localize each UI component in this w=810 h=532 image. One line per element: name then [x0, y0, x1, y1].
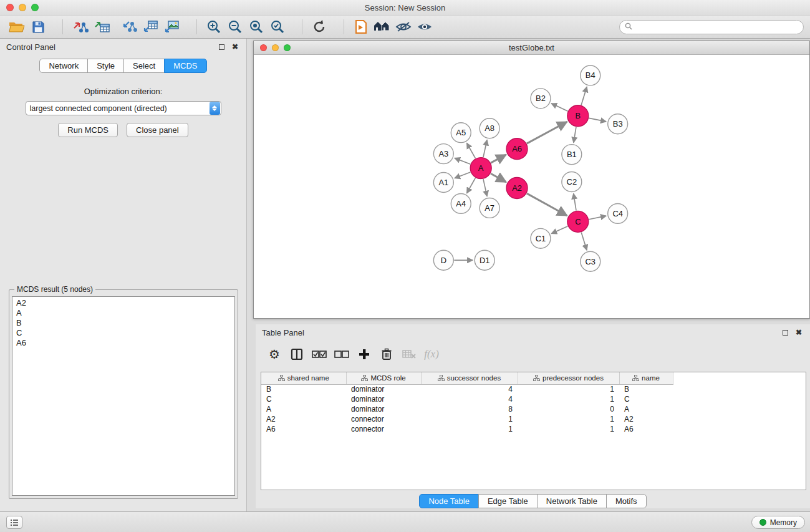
memory-button[interactable]: Memory — [751, 516, 805, 529]
table-row[interactable]: Cdominator41C — [261, 394, 673, 404]
zoom-window-button[interactable] — [31, 4, 39, 11]
table-cell[interactable]: B — [261, 384, 346, 394]
graph-node-B[interactable]: B — [567, 105, 589, 127]
tab-node-table[interactable]: Node Table — [419, 494, 479, 508]
export-table-icon[interactable] — [140, 17, 162, 36]
graph-node-A1[interactable]: A1 — [433, 173, 453, 193]
tab-network-table[interactable]: Network Table — [537, 494, 607, 508]
double-home-icon[interactable] — [372, 17, 393, 36]
table-cell[interactable]: A6 — [261, 424, 346, 434]
column-header-successor-nodes[interactable]: successor nodes — [421, 372, 518, 384]
column-header-mcds-role[interactable]: MCDS role — [346, 372, 421, 384]
graph-node-C4[interactable]: C4 — [608, 203, 628, 223]
table-cell[interactable]: 1 — [518, 394, 619, 404]
float-panel-icon[interactable] — [216, 42, 226, 52]
table-row[interactable]: Adominator80A — [261, 404, 673, 414]
table-cell[interactable]: A2 — [619, 414, 673, 424]
table-row[interactable]: A2connector11A2 — [261, 414, 673, 424]
mcds-result-item[interactable]: C — [16, 328, 231, 338]
table-cell[interactable]: A — [619, 404, 673, 414]
zoom-in-icon[interactable] — [203, 17, 224, 36]
graph-node-A[interactable]: A — [470, 158, 491, 179]
graph-edge-A-A7[interactable] — [483, 179, 487, 196]
tab-edge-table[interactable]: Edge Table — [478, 494, 538, 508]
network-canvas[interactable]: B4B2BB3A5A8A6B1A3AA1A2C2A4A7C4CC1C3DD1 — [254, 55, 809, 318]
graph-edge-A2-C[interactable] — [527, 193, 567, 216]
graph-edge-C-C1[interactable] — [551, 226, 567, 234]
table-cell[interactable]: 0 — [518, 404, 619, 414]
table-cell[interactable]: dominator — [346, 384, 421, 394]
table-cell[interactable]: 4 — [421, 384, 518, 394]
graph-node-D[interactable]: D — [433, 250, 453, 270]
export-image-icon[interactable] — [162, 17, 183, 36]
graph-edge-B-B3[interactable] — [589, 118, 606, 122]
mcds-result-item[interactable]: A — [16, 308, 231, 318]
graph-node-B2[interactable]: B2 — [531, 89, 551, 109]
zoom-fit-icon[interactable] — [246, 17, 267, 36]
graph-edge-B-B2[interactable] — [551, 104, 567, 111]
table-cell[interactable]: connector — [346, 424, 421, 434]
zoom-out-icon[interactable] — [224, 17, 246, 36]
network-zoom-button[interactable] — [284, 44, 291, 51]
function-builder-icon[interactable]: f(x) — [422, 345, 441, 364]
table-cell[interactable]: 8 — [421, 404, 518, 414]
add-row-icon[interactable] — [354, 345, 374, 364]
select-all-rows-icon[interactable] — [309, 345, 329, 364]
network-graph[interactable]: B4B2BB3A5A8A6B1A3AA1A2C2A4A7C4CC1C3DD1 — [254, 55, 809, 318]
tab-network[interactable]: Network — [39, 59, 88, 73]
table-cell[interactable]: C — [261, 394, 346, 404]
table-close-panel-icon[interactable]: ✖ — [794, 327, 804, 337]
graph-edge-B-B4[interactable] — [581, 87, 587, 105]
document-arrow-icon[interactable] — [350, 17, 372, 36]
graph-edge-A-A2[interactable] — [491, 173, 506, 182]
deselect-all-rows-icon[interactable] — [332, 345, 352, 364]
graph-node-C[interactable]: C — [567, 211, 589, 232]
graph-node-C2[interactable]: C2 — [562, 172, 582, 192]
eye-icon[interactable] — [414, 17, 435, 36]
graph-edge-A-A8[interactable] — [483, 140, 487, 157]
graph-node-C1[interactable]: C1 — [531, 228, 551, 248]
criterion-select[interactable]: largest connected component (directed) — [26, 101, 221, 115]
graph-edge-A-A1[interactable] — [455, 172, 470, 178]
close-panel-icon[interactable]: ✖ — [230, 42, 240, 52]
graph-node-A4[interactable]: A4 — [451, 193, 471, 213]
delete-table-icon[interactable] — [399, 345, 419, 364]
zoom-selected-icon[interactable] — [267, 17, 288, 36]
close-window-button[interactable] — [6, 4, 14, 11]
graph-node-B1[interactable]: B1 — [562, 145, 582, 165]
graph-edge-A6-B[interactable] — [527, 122, 567, 143]
graph-node-B4[interactable]: B4 — [581, 65, 600, 85]
graph-edge-A-A3[interactable] — [455, 158, 470, 164]
table-cell[interactable]: A — [261, 404, 346, 414]
table-cell[interactable]: C — [619, 394, 673, 404]
graph-node-A6[interactable]: A6 — [506, 138, 528, 160]
graph-node-A2[interactable]: A2 — [506, 178, 528, 199]
graph-edge-B-B1[interactable] — [574, 127, 576, 143]
network-minimize-button[interactable] — [272, 44, 279, 51]
graph-edge-C-C3[interactable] — [581, 233, 587, 251]
search-input[interactable] — [635, 23, 798, 32]
tab-select[interactable]: Select — [123, 59, 165, 73]
table-settings-gear-icon[interactable]: ⚙ — [264, 345, 284, 364]
delete-row-trash-icon[interactable] — [377, 345, 397, 364]
refresh-icon[interactable] — [309, 17, 330, 36]
graph-edge-C-C4[interactable] — [589, 216, 606, 220]
table-cell[interactable]: 1 — [421, 424, 518, 434]
tab-motifs[interactable]: Motifs — [606, 494, 647, 508]
panel-menu-icon[interactable] — [6, 516, 22, 529]
run-mcds-button[interactable]: Run MCDS — [58, 123, 118, 137]
create-column-icon[interactable] — [287, 345, 307, 364]
import-network-file-icon[interactable] — [70, 17, 92, 36]
minimize-window-button[interactable] — [19, 4, 26, 11]
table-row[interactable]: Bdominator41B — [261, 384, 673, 394]
graph-node-D1[interactable]: D1 — [475, 250, 494, 270]
graph-edge-A-A6[interactable] — [491, 155, 506, 163]
graph-node-A3[interactable]: A3 — [433, 144, 453, 164]
table-cell[interactable]: 1 — [518, 424, 619, 434]
table-cell[interactable]: 1 — [518, 414, 619, 424]
mcds-result-list[interactable]: A2ABCA6 — [12, 296, 235, 496]
table-cell[interactable]: A6 — [619, 424, 673, 434]
graph-edge-A-A5[interactable] — [467, 143, 476, 158]
table-cell[interactable]: 4 — [421, 394, 518, 404]
graph-node-B3[interactable]: B3 — [608, 114, 628, 134]
